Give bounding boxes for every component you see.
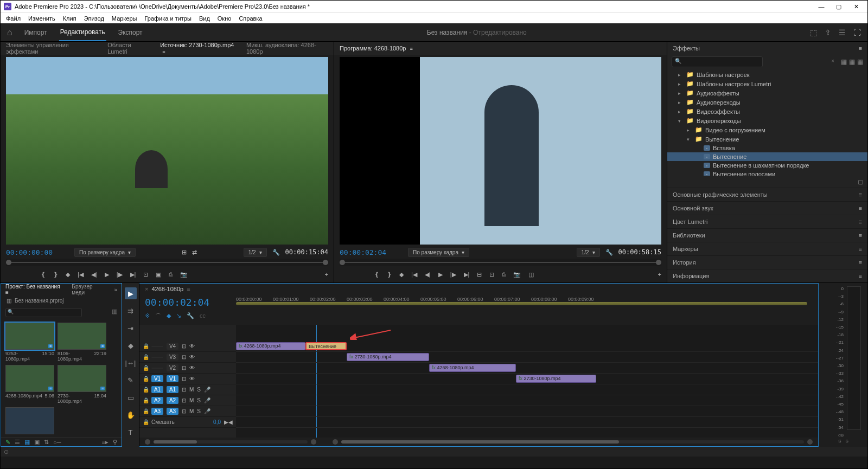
- new-bin-icon[interactable]: ▥: [112, 308, 117, 317]
- source-tc-left[interactable]: 00:00:00:00: [6, 248, 53, 256]
- rect-tool[interactable]: ▭: [125, 391, 137, 403]
- camera-icon[interactable]: 📷: [180, 271, 188, 278]
- menu-Файл[interactable]: Файл: [3, 14, 24, 23]
- sort-icon[interactable]: ⇅: [44, 439, 49, 446]
- export-frame-icon[interactable]: ⎙: [169, 271, 173, 278]
- video-track-header[interactable]: 🔒V4⊡👁: [139, 341, 236, 352]
- program-tc-left[interactable]: 00:00:02:04: [340, 248, 386, 256]
- program-zoom-dropdown[interactable]: По размеру кадра▾: [408, 248, 469, 257]
- workspace-menu-icon[interactable]: ☰: [839, 28, 846, 37]
- accordion-tab[interactable]: Основные графические элементы≡: [667, 188, 867, 201]
- sequence-name[interactable]: 4268-1080p: [151, 286, 183, 292]
- marker-add-icon[interactable]: ◆: [167, 312, 171, 320]
- track-lane[interactable]: fx 2730-1080p.mp4: [236, 352, 818, 363]
- effects-item[interactable]: ▫Вставка: [667, 144, 867, 152]
- track-lane[interactable]: [236, 406, 818, 417]
- wrench-icon[interactable]: 🔧: [272, 249, 280, 256]
- menu-Маркеры[interactable]: Маркеры: [108, 14, 141, 23]
- menu-Вид[interactable]: Вид: [196, 14, 213, 23]
- step-back-icon[interactable]: ◀|: [91, 271, 97, 278]
- camera-icon[interactable]: 📷: [513, 271, 521, 278]
- source-scrubber[interactable]: [6, 259, 328, 266]
- program-monitor[interactable]: [340, 57, 661, 245]
- add-button-icon[interactable]: +: [325, 271, 328, 278]
- source-compare-icon[interactable]: ⇄: [192, 249, 197, 256]
- tab-media-browser[interactable]: Браузер меди: [72, 284, 106, 295]
- step-fwd-icon[interactable]: |▶: [450, 271, 456, 278]
- accordion-tab[interactable]: Основной звук≡: [667, 201, 867, 215]
- effects-search-input[interactable]: [672, 56, 763, 67]
- accordion-tab[interactable]: История≡: [667, 255, 867, 269]
- zoom-slider[interactable]: ○─: [53, 439, 61, 446]
- settings-icon[interactable]: ↘: [176, 312, 181, 320]
- caption-icon[interactable]: cc: [200, 312, 206, 320]
- project-thumb[interactable]: ≡8106-1080p.mp422:19: [58, 323, 106, 362]
- audio-track-header[interactable]: 🔒A1A1⊡MS🎤: [139, 384, 236, 395]
- workspace-tab-edit[interactable]: Редактировать: [59, 24, 106, 41]
- tab-program[interactable]: Программа: 4268-1080p ≡: [340, 45, 413, 52]
- quick-export-icon[interactable]: ⬚: [810, 28, 817, 37]
- mark-in-icon[interactable]: ❴: [374, 271, 379, 278]
- mark-in-icon[interactable]: ❴: [41, 271, 46, 278]
- mark-out-icon[interactable]: ❵: [53, 271, 58, 278]
- effects-item[interactable]: ▸📁Видеоэффекты: [667, 107, 867, 116]
- menu-Графика и титры[interactable]: Графика и титры: [141, 14, 194, 23]
- tab-audio-mixer[interactable]: Микш. аудиоклипа: 4268-1080p: [246, 42, 328, 55]
- menu-Окно[interactable]: Окно: [214, 14, 235, 23]
- effects-item[interactable]: ▸📁Аудиоэффекты: [667, 88, 867, 98]
- track-lane[interactable]: fx 2730-1080p.mp4: [236, 374, 818, 384]
- preset-icon-1[interactable]: ▦: [841, 58, 847, 66]
- clear-icon[interactable]: ×: [831, 58, 834, 64]
- go-out-icon[interactable]: ▶|: [130, 271, 136, 278]
- program-resolution-dropdown[interactable]: 1/2▾: [577, 248, 600, 257]
- preset-icon-2[interactable]: ▦: [849, 58, 855, 66]
- track-lane[interactable]: [236, 384, 818, 395]
- expand-icon[interactable]: »: [114, 287, 117, 293]
- marker-icon[interactable]: ◆: [399, 271, 404, 278]
- ripple-tool[interactable]: ⇥: [125, 322, 137, 334]
- slip-tool[interactable]: |↔|: [125, 357, 137, 369]
- effects-item[interactable]: ▸📁Видео с погружением: [667, 125, 867, 134]
- video-track-header[interactable]: 🔒V2⊡👁: [139, 363, 236, 374]
- video-track-header[interactable]: 🔒V1V1⊡👁: [139, 374, 236, 384]
- audio-track-header[interactable]: 🔒A2A2⊡MS🎤: [139, 395, 236, 406]
- menu-Эпизод[interactable]: Эпизод: [81, 14, 107, 23]
- accordion-tab[interactable]: Маркеры≡: [667, 242, 867, 255]
- track-select-tool[interactable]: ⇉: [125, 305, 137, 317]
- timeline-zoom-scroll[interactable]: [139, 438, 818, 446]
- timeline-timecode[interactable]: 00:00:02:04: [145, 295, 236, 309]
- track-lane[interactable]: fx 4268-1080p.mp4: [236, 363, 818, 374]
- pen-tool[interactable]: ✎: [125, 374, 137, 386]
- marker-icon[interactable]: ◆: [66, 271, 70, 278]
- export-frame-icon[interactable]: ⎙: [502, 271, 506, 278]
- video-clip[interactable]: fx 4268-1080p.mp4: [429, 364, 516, 372]
- track-content[interactable]: fx 4268-1080p.mp4Вытеснениеfx 2730-1080p…: [236, 325, 818, 438]
- new-bin-icon[interactable]: ▢: [858, 178, 863, 185]
- track-lane[interactable]: fx 4268-1080p.mp4Вытеснение: [236, 341, 818, 352]
- accordion-tab[interactable]: Библиотеки≡: [667, 228, 867, 242]
- effects-item[interactable]: ▫Вытеснение полосами: [667, 170, 867, 176]
- effects-item[interactable]: ▾📁Видеопереходы: [667, 116, 867, 125]
- mark-out-icon[interactable]: ❵: [387, 271, 392, 278]
- workspace-tab-export[interactable]: Экспорт: [117, 24, 144, 41]
- freeform-icon[interactable]: ▣: [34, 439, 40, 446]
- project-thumb[interactable]: ≡9253-1080p.mp415:10: [5, 323, 54, 362]
- extract-icon[interactable]: ⊡: [489, 271, 494, 278]
- tab-lumetri-scopes[interactable]: Области Lumetri: [107, 42, 150, 55]
- snap-icon[interactable]: ※: [145, 312, 150, 320]
- project-thumb[interactable]: ≡4268-1080p.mp45:06: [5, 365, 54, 404]
- find-icon[interactable]: ⚲: [113, 439, 117, 446]
- seq-menu-icon[interactable]: ≡: [187, 286, 190, 292]
- effects-item[interactable]: ▸📁Шаблоны настроек Lumetri: [667, 79, 867, 88]
- share-icon[interactable]: ⇪: [825, 28, 831, 37]
- program-tc-right[interactable]: 00:00:58:15: [618, 248, 661, 256]
- transition-clip[interactable]: Вытеснение: [305, 342, 347, 350]
- step-back-icon[interactable]: ◀|: [425, 271, 431, 278]
- wrench-icon[interactable]: 🔧: [187, 312, 194, 320]
- video-clip[interactable]: fx 2730-1080p.mp4: [516, 375, 596, 383]
- menu-Изменить[interactable]: Изменить: [25, 14, 59, 23]
- insert-icon[interactable]: ⊡: [143, 271, 148, 278]
- linked-sel-icon[interactable]: ⌒: [155, 312, 161, 320]
- effects-item[interactable]: ▫Вытеснение: [667, 152, 867, 161]
- audio-track-header[interactable]: 🔒A3A3⊡MS🎤: [139, 406, 236, 417]
